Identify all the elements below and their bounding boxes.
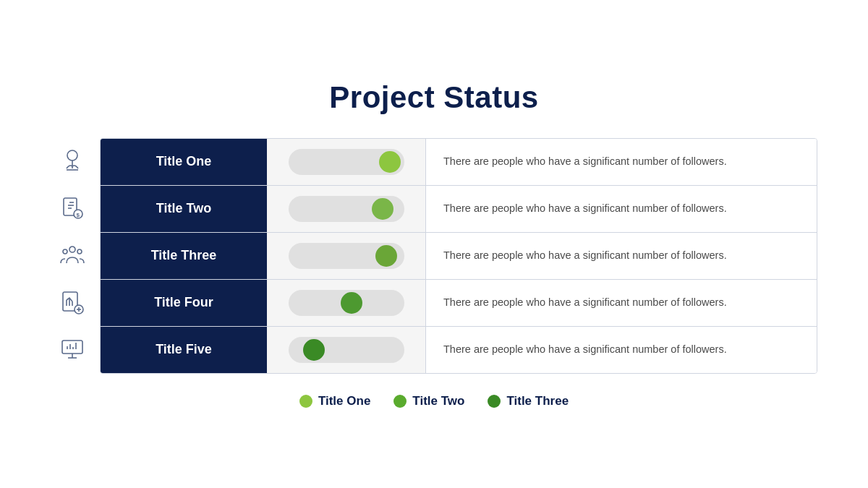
document-money-icon: $ [59, 195, 85, 221]
legend-label-3: Title Three [506, 394, 569, 408]
people-icon [59, 243, 85, 269]
page-title: Project Status [329, 80, 538, 115]
description-text-5: There are people who have a significant … [443, 342, 727, 358]
description-text-4: There are people who have a significant … [443, 295, 727, 311]
icon-cell-5 [51, 326, 94, 373]
toggle-track-2[interactable] [289, 196, 404, 222]
table-row: Title Four There are people who have a s… [101, 280, 817, 327]
row-title-4: Title Four [154, 295, 213, 310]
toggle-cell-5[interactable] [267, 327, 426, 373]
chart-screen-icon [59, 337, 85, 363]
description-text-2: There are people who have a significant … [443, 201, 727, 217]
legend-label-1: Title One [318, 394, 370, 408]
icons-column: $ [51, 138, 94, 374]
toggle-knob-5 [303, 339, 325, 361]
legend-item-1: Title One [299, 394, 370, 408]
table-content: Title One There are people who have a si… [100, 138, 817, 374]
icon-cell-2: $ [51, 185, 94, 232]
description-cell-4: There are people who have a significant … [426, 280, 817, 326]
table-row: Title One There are people who have a si… [101, 139, 817, 186]
toggle-cell-2[interactable] [267, 186, 426, 232]
toggle-cell-3[interactable] [267, 233, 426, 279]
legend-dot-3 [488, 395, 501, 408]
legend-label-2: Title Two [412, 394, 464, 408]
toggle-cell-4[interactable] [267, 280, 426, 326]
description-text-3: There are people who have a significant … [443, 248, 727, 264]
plant-icon [59, 148, 85, 174]
description-cell-2: There are people who have a significant … [426, 186, 817, 232]
svg-text:$: $ [77, 212, 80, 218]
description-cell-3: There are people who have a significant … [426, 233, 817, 279]
svg-point-6 [69, 247, 75, 252]
icon-cell-4 [51, 279, 94, 326]
svg-point-8 [77, 249, 82, 254]
toggle-knob-3 [375, 245, 397, 267]
legend-item-3: Title Three [488, 394, 569, 408]
toggle-track-5[interactable] [289, 337, 404, 363]
title-cell-5: Title Five [101, 327, 267, 373]
row-title-5: Title Five [156, 342, 212, 357]
row-title-2: Title Two [156, 201, 211, 216]
toggle-track-3[interactable] [289, 243, 404, 269]
table-row: Title Two There are people who have a si… [101, 186, 817, 233]
row-title-1: Title One [156, 154, 212, 169]
toggle-cell-1[interactable] [267, 139, 426, 185]
icon-cell-3 [51, 232, 94, 279]
title-cell-1: Title One [101, 139, 267, 185]
legend-dot-2 [393, 395, 407, 408]
svg-rect-16 [62, 341, 82, 354]
description-cell-5: There are people who have a significant … [426, 327, 817, 373]
legend-dot-1 [299, 395, 312, 408]
chart-document-icon [59, 290, 85, 316]
title-cell-2: Title Two [101, 186, 267, 232]
toggle-knob-4 [341, 292, 362, 314]
toggle-knob-2 [372, 198, 393, 220]
row-title-3: Title Three [151, 248, 217, 263]
legend: Title One Title Two Title Three [299, 394, 569, 408]
toggle-track-4[interactable] [289, 290, 404, 316]
title-cell-4: Title Four [101, 280, 267, 326]
svg-point-7 [63, 249, 67, 254]
legend-item-2: Title Two [393, 394, 464, 408]
table-row: Title Five There are people who have a s… [101, 327, 817, 373]
toggle-knob-1 [379, 151, 401, 173]
description-text-1: There are people who have a significant … [443, 154, 727, 170]
project-status-table: $ [51, 138, 817, 374]
description-cell-1: There are people who have a significant … [426, 139, 817, 185]
toggle-track-1[interactable] [289, 149, 404, 175]
icon-cell-1 [51, 138, 94, 185]
table-row: Title Three There are people who have a … [101, 233, 817, 280]
title-cell-3: Title Three [101, 233, 267, 279]
svg-point-0 [67, 150, 77, 160]
